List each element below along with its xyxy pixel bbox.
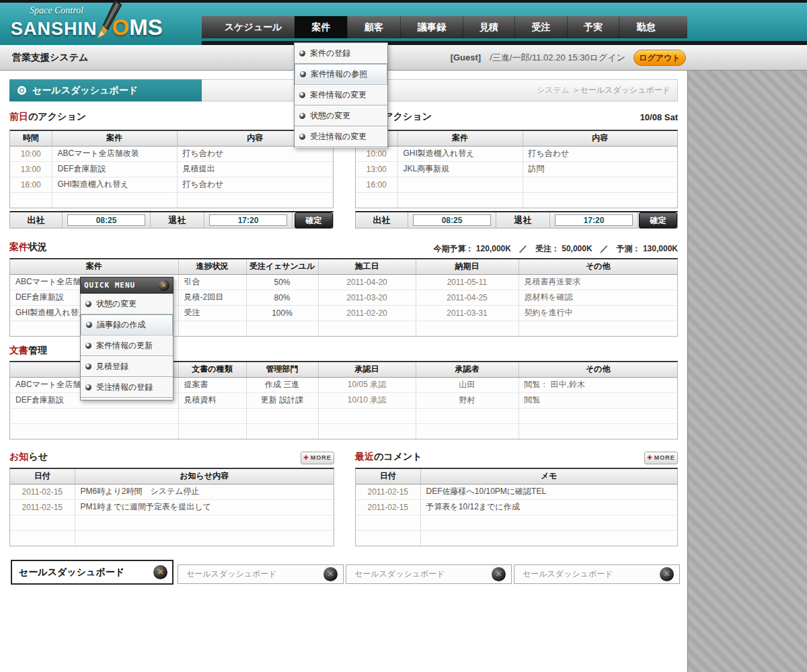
login-user-info: /三進/一郎/11.02.20 15:30ログイン (481, 52, 625, 64)
quick-menu-item-register-estimate[interactable]: 見積登録 (81, 356, 173, 377)
bullet-icon (299, 113, 305, 119)
nav-item-attendance[interactable]: 勤怠 (619, 16, 672, 38)
quick-menu-popup: QUICK MENU ✕ 状態の変更 議事録の作成 案件情報の更新 見積登録 受… (80, 277, 174, 401)
checkout-label: 退社 (151, 214, 204, 226)
bullet-icon (86, 322, 92, 328)
plus-icon: ✚ (303, 454, 309, 461)
table-row: 10:00 GHI製造棚入れ替え 打ち合わせ (356, 146, 677, 161)
table-row (356, 192, 677, 208)
table-row: 16:00 GHI製造棚入れ替え 打ち合わせ (10, 177, 333, 192)
bullet-icon (85, 301, 91, 307)
table-row: 2011-02-15 PM1時までに週間予定表を提出して (10, 499, 334, 515)
table-row (10, 423, 677, 439)
nav-item-forecast[interactable]: 予実 (567, 16, 619, 38)
dropdown-item-change-state[interactable]: 状態の変更 (295, 106, 387, 126)
close-icon[interactable]: ✕ (323, 567, 338, 581)
close-icon[interactable]: ✕ (158, 280, 169, 291)
confirm-button[interactable]: 確定 (639, 212, 677, 228)
yesterday-actions-title: 前日のアクション (9, 111, 86, 123)
case-status-title: 案件状況 (9, 241, 47, 253)
close-icon[interactable]: ✕ (153, 565, 167, 579)
table-row: 13:00 DEF倉庫新設 見積提出 (10, 161, 333, 177)
table-header-row: 日付 メモ (356, 469, 677, 484)
table-row: 10:00 ABCマート全店舗改装 打ち合わせ (10, 146, 333, 161)
checkout-label: 退社 (496, 214, 549, 226)
system-title: 営業支援システム (12, 45, 88, 70)
comments-more-button[interactable]: ✚MORE (644, 452, 678, 464)
breadcrumb-parent: システム (537, 85, 570, 95)
tab-sales-dashboard-active[interactable]: セールスダッシュボード ✕ (11, 560, 174, 585)
dropdown-item-change-case-info[interactable]: 案件情報の変更 (295, 85, 387, 106)
quick-menu-item-create-minutes[interactable]: 議事録の作成 (81, 314, 173, 335)
bullet-icon (299, 134, 305, 140)
tab-sales-dashboard[interactable]: セールスダッシュボード ✕ (514, 564, 680, 584)
bullet-icon (300, 71, 306, 77)
table-row: 2011-02-15 DEF佐藤様へ10/10PMに確認TEL (356, 484, 677, 499)
nav-item-schedule[interactable]: スケジュール (212, 16, 295, 38)
quick-menu-item-change-state[interactable]: 状態の変更 (81, 294, 173, 314)
logo-brand-text: SANSHIN (11, 19, 98, 40)
app-screen: Space Control SANSHIN OMS スケジュール 案件 顧客 議… (0, 0, 807, 672)
table-row: 16:00 (356, 177, 677, 192)
budget-stats: 今期予算： 120,000K ／ 受注： 50,000K ／ 予測： 130,0… (278, 243, 678, 255)
today-actions-date: 10/08 Sat (555, 112, 678, 122)
tab-sales-dashboard[interactable]: セールスダッシュボード ✕ (178, 564, 344, 584)
table-header-row: 日付 お知らせ内容 (10, 469, 334, 484)
table-row: 2011-02-15 予算表を10/12までに作成 (356, 499, 677, 515)
notices-more-button[interactable]: ✚MORE (301, 452, 334, 464)
close-icon[interactable]: ✕ (660, 567, 674, 581)
notices-title: お知らせ (9, 451, 48, 463)
plus-icon: ✚ (647, 454, 653, 461)
today-attendance-bar: 出社 退社 確定 (355, 211, 678, 228)
bullet-icon (85, 384, 91, 390)
today-actions-table: 時間 案件 内容 10:00 GHI製造棚入れ替え 打ち合わせ 13:00 JK… (355, 130, 678, 208)
header-band: Space Control SANSHIN OMS スケジュール 案件 顧客 議… (0, 0, 807, 45)
table-header-row: 時間 案件 内容 (356, 131, 677, 146)
nav-item-case[interactable]: 案件 (295, 16, 347, 38)
dropdown-item-register-case[interactable]: 案件の登録 (295, 43, 387, 64)
bullet-icon (299, 92, 305, 98)
checkin-time-input[interactable] (413, 214, 491, 226)
table-row (10, 530, 334, 546)
checkin-label: 出社 (10, 214, 62, 226)
yesterday-attendance-bar: 出社 退社 確定 (9, 211, 334, 228)
bullet-icon (85, 364, 91, 370)
checkin-label: 出社 (356, 214, 408, 226)
quick-menu-header: QUICK MENU ✕ (80, 277, 174, 294)
quick-menu-title: QUICK MENU (84, 281, 135, 290)
pen-icon (97, 0, 125, 39)
checkout-time-input[interactable] (209, 214, 287, 226)
table-row (10, 515, 334, 530)
bullet-icon (85, 343, 91, 349)
table-row (10, 408, 677, 423)
comments-table: 日付 メモ 2011-02-15 DEF佐藤様へ10/10PMに確認TEL 20… (355, 468, 678, 546)
close-icon[interactable]: ✕ (492, 567, 506, 581)
confirm-button[interactable]: 確定 (295, 212, 333, 228)
table-row: 2011-02-15 PM6時より2時間 システム停止 (10, 484, 334, 499)
table-row (10, 192, 333, 208)
yesterday-actions-table: 時間 案件 内容 10:00 ABCマート全店舗改装 打ち合わせ 13:00 D… (9, 130, 334, 208)
table-header-row: 案件 進捗状況 受注イェサンユル 施工日 納期日 その他 (10, 259, 677, 274)
quick-menu-item-update-case-info[interactable]: 案件情報の更新 (81, 335, 173, 356)
table-header-row: 時間 案件 内容 (10, 131, 333, 146)
nav-item-customer[interactable]: 顧客 (347, 16, 400, 38)
title-ring-icon (17, 86, 26, 95)
logout-button[interactable]: ログアウト (633, 50, 686, 66)
nav-item-estimate[interactable]: 見積 (463, 16, 514, 38)
nav-item-order[interactable]: 受注 (514, 16, 567, 38)
side-stripe-background (687, 71, 807, 672)
breadcrumb: システム ＞セールスダッシュボード (537, 80, 670, 101)
checkin-time-input[interactable] (67, 214, 145, 226)
breadcrumb-current: ＞セールスダッシュボード (572, 85, 670, 95)
checkout-time-input[interactable] (555, 214, 633, 226)
table-row: 13:00 JKL商事新規 訪問 (356, 161, 677, 177)
user-role-badge: [Guest] (451, 52, 482, 62)
notices-table: 日付 お知らせ内容 2011-02-15 PM6時より2時間 システム停止 20… (9, 468, 334, 546)
table-row (356, 530, 677, 546)
dropdown-item-change-order-info[interactable]: 受注情報の変更 (295, 126, 387, 147)
dropdown-item-view-case-info[interactable]: 案件情報の参照 (295, 64, 387, 85)
quick-menu-item-register-order-info[interactable]: 受注情報の登録 (81, 377, 173, 398)
nav-item-minutes[interactable]: 議事録 (400, 16, 463, 38)
tab-sales-dashboard[interactable]: セールスダッシュボード ✕ (346, 564, 512, 584)
subheader-bar: 営業支援システム [Guest] /三進/一郎/11.02.20 15:30ログ… (0, 45, 807, 71)
